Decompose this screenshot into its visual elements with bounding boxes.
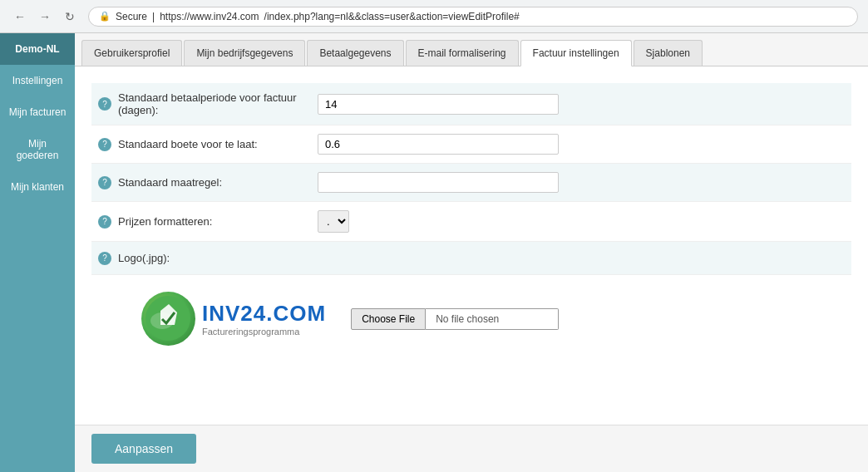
tab-factuur-instellingen[interactable]: Factuur instellingen bbox=[520, 40, 632, 66]
help-icon-logo[interactable]: ? bbox=[98, 252, 111, 265]
input-betaalperiode bbox=[318, 94, 845, 115]
prijzen-select[interactable]: . bbox=[318, 210, 349, 233]
tab-email-formalisering[interactable]: E-mail formalisering bbox=[406, 40, 519, 66]
help-icon-maatregel[interactable]: ? bbox=[98, 176, 111, 189]
tab-mijn-bedrijfsgegevens[interactable]: Mijn bedrijfsgegevens bbox=[184, 40, 305, 66]
tab-bar: Gebruikersprofiel Mijn bedrijfsgegevens … bbox=[75, 33, 868, 66]
form-area: ? Standaard betaalperiode voor factuur (… bbox=[75, 66, 868, 362]
browser-chrome: ← → ↻ 🔒 Secure | https://www.inv24.com /… bbox=[0, 0, 868, 33]
sidebar-item-instellingen[interactable]: Instellingen bbox=[0, 65, 75, 96]
tab-sjablonen[interactable]: Sjablonen bbox=[634, 40, 703, 66]
bottom-bar: Aanpassen bbox=[75, 425, 868, 472]
help-icon-prijzen[interactable]: ? bbox=[98, 215, 111, 229]
sidebar-item-mijn-klanten[interactable]: Mijn klanten bbox=[0, 171, 75, 203]
logo-brand-text: INV24.COM bbox=[202, 301, 326, 327]
aanpassen-button[interactable]: Aanpassen bbox=[91, 434, 196, 464]
label-boete: Standaard boete voor te laat: bbox=[118, 138, 318, 150]
help-icon-boete[interactable]: ? bbox=[98, 138, 111, 151]
refresh-button[interactable]: ↻ bbox=[60, 7, 80, 27]
input-prijzen: . bbox=[318, 210, 845, 233]
form-row-prijzen: ? Prijzen formatteren: . bbox=[91, 202, 851, 242]
sidebar: Demo-NL Instellingen Mijn facturen Mijn … bbox=[0, 33, 75, 472]
form-row-boete: ? Standaard boete voor te laat: bbox=[91, 125, 851, 164]
maatregel-input[interactable] bbox=[318, 172, 559, 193]
label-prijzen: Prijzen formatteren: bbox=[118, 215, 318, 228]
back-button[interactable]: ← bbox=[10, 7, 30, 27]
form-row-logo-label: ? Logo(.jpg): bbox=[91, 242, 851, 275]
sidebar-item-mijn-facturen[interactable]: Mijn facturen bbox=[0, 96, 75, 128]
logo-image-area: INV24.COM Factureringsprogramma Choose F… bbox=[141, 292, 851, 346]
betaalperiode-input[interactable] bbox=[318, 94, 559, 115]
nav-buttons: ← → ↻ bbox=[10, 7, 80, 27]
form-row-maatregel: ? Standaard maatregel: bbox=[91, 164, 851, 202]
boete-input[interactable] bbox=[318, 134, 559, 155]
input-boete bbox=[318, 134, 845, 155]
inv24-logo: INV24.COM Factureringsprogramma bbox=[141, 292, 326, 346]
logo-text-area: INV24.COM Factureringsprogramma bbox=[202, 301, 326, 337]
file-name-display: No file chosen bbox=[426, 308, 559, 330]
choose-file-button[interactable]: Choose File bbox=[351, 308, 426, 330]
help-icon-betaalperiode[interactable]: ? bbox=[98, 97, 111, 111]
app-layout: Demo-NL Instellingen Mijn facturen Mijn … bbox=[0, 33, 868, 472]
sidebar-item-demo-nl[interactable]: Demo-NL bbox=[0, 33, 75, 65]
url-prefix: https://www.inv24.com bbox=[160, 11, 259, 22]
secure-icon: 🔒 bbox=[99, 11, 111, 22]
main-content: Gebruikersprofiel Mijn bedrijfsgegevens … bbox=[75, 33, 868, 472]
secure-label: Secure bbox=[116, 11, 147, 22]
forward-button[interactable]: → bbox=[35, 7, 55, 27]
input-maatregel bbox=[318, 172, 845, 193]
label-maatregel: Standaard maatregel: bbox=[118, 176, 318, 189]
form-row-betaalperiode: ? Standaard betaalperiode voor factuur (… bbox=[91, 83, 851, 125]
address-bar[interactable]: 🔒 Secure | https://www.inv24.com /index.… bbox=[88, 7, 858, 27]
logo-circle-icon bbox=[141, 292, 195, 346]
label-logo: Logo(.jpg): bbox=[118, 252, 318, 264]
tab-betaalgegevens[interactable]: Betaalgegevens bbox=[307, 40, 403, 66]
tab-gebruikersprofiel[interactable]: Gebruikersprofiel bbox=[81, 40, 182, 66]
file-input-wrapper: Choose File No file chosen bbox=[351, 308, 559, 330]
url-path: /index.php?lang=nl&&class=user&action=vi… bbox=[264, 11, 520, 22]
url-separator: | bbox=[152, 11, 155, 22]
label-betaalperiode: Standaard betaalperiode voor factuur (da… bbox=[118, 91, 318, 116]
sidebar-item-mijn-goederen[interactable]: Mijn goederen bbox=[0, 128, 75, 171]
logo-tagline-text: Factureringsprogramma bbox=[202, 327, 326, 337]
